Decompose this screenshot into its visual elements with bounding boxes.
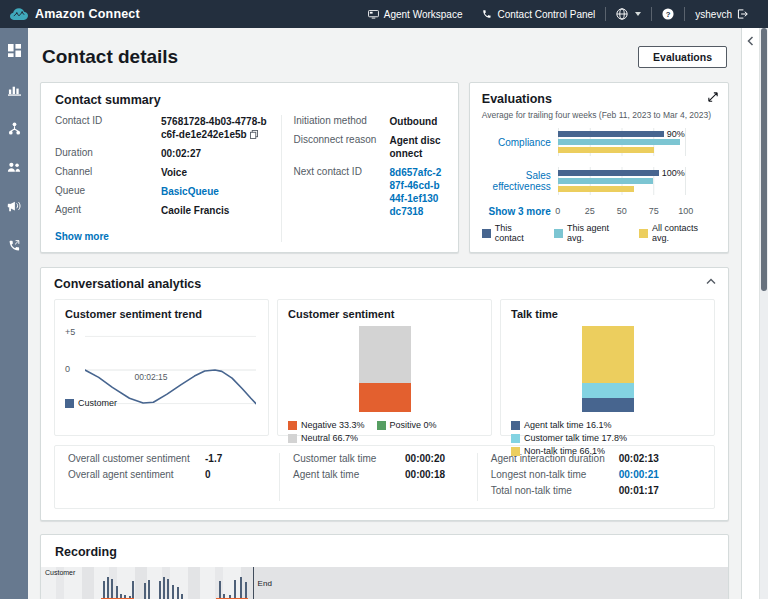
sign-out-icon — [737, 9, 748, 19]
analytics-title: Conversational analytics — [54, 277, 715, 291]
app-window: Amazon Connect Agent Workspace Contact C… — [0, 0, 768, 599]
contact-summary-card: Contact summary Contact ID 57681728-4b03… — [40, 82, 459, 253]
recording-end-label: End — [258, 579, 272, 588]
sidebar-item-dashboard[interactable] — [4, 40, 24, 60]
evaluation-category-link[interactable]: Sales effectiveness — [482, 170, 558, 192]
customer-waveform-bars — [41, 567, 728, 599]
sentiment-legend: Negative 33.3% Positive 0% Neutral 66.7% — [288, 420, 481, 443]
contact-control-panel-label: Contact Control Panel — [497, 9, 595, 20]
right-side-panel — [741, 28, 759, 599]
next-contact-id-link[interactable]: 8d657afc-287f-46cd-b44f-1ef130dc7318 — [390, 166, 444, 218]
sidebar-item-announcements[interactable] — [4, 196, 24, 216]
user-menu[interactable]: yshevch — [685, 0, 758, 28]
talk-time-card: Talk time Agent talk time 16.1% Customer… — [500, 299, 715, 436]
trend-legend: Customer — [65, 398, 117, 408]
scrollbar-thumb[interactable] — [761, 28, 767, 291]
amazon-connect-brand[interactable]: Amazon Connect — [10, 7, 140, 21]
dashboard-icon — [8, 44, 21, 57]
agent-workspace-label: Agent Workspace — [384, 9, 463, 20]
longest-non-talk-link[interactable]: 00:00:21 — [619, 469, 701, 480]
evaluations-legend: This contact This agent avg. All contact… — [482, 223, 716, 243]
svg-text:?: ? — [666, 10, 671, 19]
phone-arrow-icon — [8, 239, 21, 252]
bar-value-label: 100% — [662, 168, 685, 178]
track-label: Customer — [45, 569, 75, 576]
evaluations-bar-chart: Compliance 90% Sales effectiveness 100% — [482, 128, 716, 217]
collapse-section-icon[interactable] — [706, 278, 716, 285]
contact-control-panel-button[interactable]: Contact Control Panel — [472, 0, 605, 28]
conversational-analytics-card: Conversational analytics Customer sentim… — [40, 267, 729, 521]
sentiment-stacked-bar — [288, 324, 481, 412]
language-selector[interactable] — [606, 0, 651, 28]
main-content: Contact details Evaluations Contact summ… — [28, 28, 741, 599]
sidebar-item-users[interactable] — [4, 157, 24, 177]
legend-swatch — [554, 229, 563, 238]
bar-all-contacts-avg — [558, 147, 655, 153]
recording-card: Recording Customer Agent End — [40, 534, 729, 599]
amazon-connect-logo-icon — [10, 8, 28, 21]
evaluations-subtitle: Average for trailing four weeks (Feb 11,… — [482, 110, 716, 120]
customer-sentiment-trend-card: Customer sentiment trend +5 0 -5 — [54, 299, 269, 436]
caret-down-icon — [635, 12, 641, 16]
field-agent: Agent Caoile Francis — [55, 204, 271, 217]
bar-chart-icon — [8, 83, 21, 96]
legend-swatch — [65, 399, 74, 408]
bar-this-agent-avg — [558, 139, 680, 145]
evaluation-category-link[interactable]: Compliance — [482, 137, 558, 148]
trend-title: Customer sentiment trend — [65, 308, 258, 320]
help-icon: ? — [662, 8, 674, 20]
show-more-link[interactable]: Show more — [55, 231, 109, 242]
recording-waveform[interactable]: Customer Agent End — [41, 567, 728, 599]
evaluations-button[interactable]: Evaluations — [638, 46, 727, 68]
recording-end-marker — [253, 567, 254, 599]
sentiment-trend-chart: +5 0 -5 00:02:15 — [65, 326, 258, 414]
field-duration: Duration 00:02:27 — [55, 147, 271, 160]
customer-audio-track[interactable]: Customer — [41, 567, 728, 599]
customer-sentiment-card: Customer sentiment Negative 33.3% Positi… — [277, 299, 492, 436]
routing-icon — [8, 122, 21, 135]
bar-this-contact — [558, 170, 659, 176]
evaluations-title: Evaluations — [482, 92, 716, 106]
brand-title: Amazon Connect — [35, 7, 140, 21]
segment-agent-talk — [582, 398, 634, 412]
top-navigation-bar: Amazon Connect Agent Workspace Contact C… — [0, 0, 768, 28]
show-3-more-link[interactable]: Show 3 more — [482, 206, 558, 217]
expand-icon[interactable] — [708, 92, 718, 102]
sidebar-item-contact-search[interactable] — [4, 235, 24, 255]
queue-link[interactable]: BasicQueue — [161, 185, 271, 198]
bar-this-contact — [558, 131, 664, 137]
x-axis: 0 25 50 75 100 — [558, 206, 686, 217]
help-button[interactable]: ? — [652, 0, 684, 28]
segment-customer-talk — [582, 383, 634, 398]
username-label: yshevch — [695, 9, 732, 20]
workspace-monitor-icon — [368, 10, 379, 19]
sidebar-item-routing[interactable] — [4, 118, 24, 138]
field-queue: Queue BasicQueue — [55, 185, 271, 198]
bar-group: 100% — [558, 167, 686, 195]
segment-neutral — [359, 326, 411, 383]
bar-group: 90% — [558, 128, 686, 156]
bar-value-label: 90% — [667, 129, 685, 139]
phone-icon — [482, 9, 492, 19]
megaphone-icon — [7, 200, 21, 212]
page-title: Contact details — [42, 46, 178, 68]
contact-summary-title: Contact summary — [55, 93, 444, 107]
segment-non-talk — [582, 326, 634, 383]
talk-time-title: Talk time — [511, 308, 704, 320]
agent-workspace-button[interactable]: Agent Workspace — [358, 0, 473, 28]
bar-all-contacts-avg — [558, 186, 634, 192]
field-contact-id: Contact ID 57681728-4b03-4778-bc6f-de1e2… — [55, 115, 271, 141]
field-next-contact-id: Next contact ID 8d657afc-287f-46cd-b44f-… — [294, 166, 444, 218]
talk-time-stacked-bar — [511, 324, 704, 412]
copy-icon[interactable] — [250, 130, 258, 139]
evaluations-card: Evaluations Average for trailing four we… — [469, 82, 729, 253]
field-initiation-method: Initiation method Outbound — [294, 115, 444, 128]
left-sidebar — [0, 28, 28, 599]
field-disconnect-reason: Disconnect reason Agent disconnect — [294, 134, 444, 160]
globe-icon — [616, 8, 628, 20]
sentiment-title: Customer sentiment — [288, 308, 481, 320]
collapse-panel-button[interactable] — [747, 36, 754, 599]
segment-negative — [359, 383, 411, 412]
sidebar-item-metrics[interactable] — [4, 79, 24, 99]
vertical-scrollbar[interactable] — [759, 28, 768, 599]
